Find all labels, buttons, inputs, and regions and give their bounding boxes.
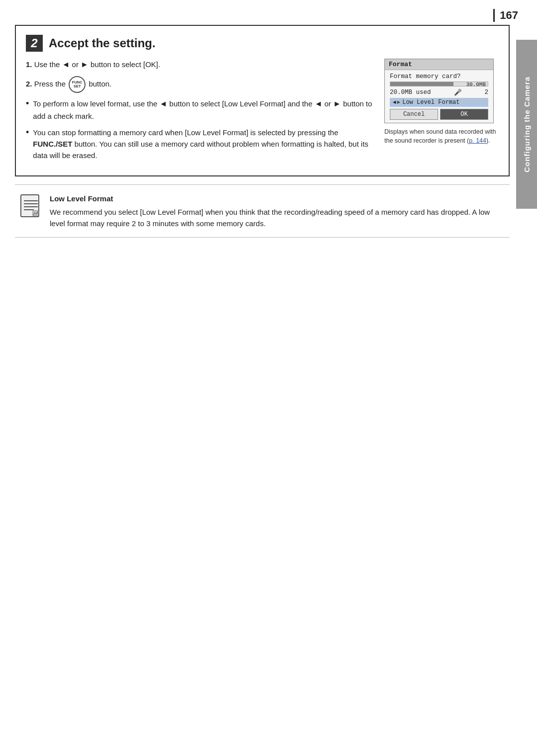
screen-arrow-left-icon: ◄: [393, 99, 396, 105]
arrow-right-icon-2: ►: [333, 99, 341, 108]
bullet-item-1: • To perform a low level format, use the…: [26, 98, 374, 122]
arrow-left-icon-3: ◄: [314, 99, 322, 108]
main-content: 2 Accept the setting. 1. Use the ◄ or ► …: [15, 0, 510, 756]
instruction-2-prefix: Press the: [34, 80, 68, 88]
screen-low-level-label: Low Level Format: [402, 99, 459, 106]
step-section: 2 Accept the setting. 1. Use the ◄ or ► …: [15, 25, 510, 176]
bullet-item-2: • You can stop formatting a memory card …: [26, 127, 374, 162]
screen-progress-bar: 30.0MB: [390, 82, 488, 86]
arrow-right-icon-1: ►: [81, 60, 89, 69]
screen-mic-icon: 🎤: [454, 88, 462, 96]
note-content: Low Level Format We recommend you select…: [50, 193, 505, 230]
screen-cancel-button[interactable]: Cancel: [390, 109, 438, 120]
arrow-left-icon-2: ◄: [160, 99, 168, 108]
func-set-bold-text: FUNC./SET: [33, 140, 72, 148]
note-section: Low Level Format We recommend you select…: [15, 185, 510, 238]
step-header: 2 Accept the setting.: [26, 35, 499, 52]
screen-title: Format: [385, 59, 493, 70]
step-title: Accept the setting.: [49, 36, 156, 50]
instruction-1-num: 1.: [26, 60, 32, 69]
func-set-button-icon: FUNCSET: [69, 76, 86, 93]
sidebar-label: Configuring the Camera: [516, 40, 537, 209]
camera-screen: Format Format memory card? 30.0MB 20.0MB…: [384, 59, 494, 123]
bullet-1-text: To perform a low level format, use the ◄…: [33, 98, 374, 122]
step-left: 1. Use the ◄ or ► button to select [OK].…: [26, 59, 374, 167]
instruction-1: 1. Use the ◄ or ► button to select [OK].: [26, 59, 374, 71]
instruction-1-suffix: button to select [OK].: [90, 60, 160, 69]
note-document-icon: [20, 194, 42, 220]
screen-body: Format memory card? 30.0MB 20.0MB used 🎤…: [385, 70, 493, 123]
screen-mic-number: 2: [484, 89, 488, 96]
screen-question: Format memory card?: [390, 73, 461, 80]
note-body: We recommend you select [Low Level Forma…: [50, 206, 505, 230]
screen-used-label: 20.0MB used: [390, 89, 431, 96]
bullet-2-text: You can stop formatting a memory card wh…: [33, 127, 374, 162]
screen-arrow-right-icon: ►: [397, 99, 401, 105]
func-btn-label: FUNCSET: [72, 81, 83, 89]
screen-progress-fill: [390, 82, 453, 86]
instruction-1-prefix: Use the: [34, 60, 62, 69]
bullet-dot-2: •: [26, 128, 29, 137]
bullet-list: • To perform a low level format, use the…: [26, 98, 374, 162]
or-text-2: or: [324, 99, 333, 108]
step-body: 1. Use the ◄ or ► button to select [OK].…: [26, 59, 499, 167]
screen-low-level-row: ◄ ► Low Level Format: [390, 98, 488, 107]
instruction-2-suffix: button.: [89, 80, 111, 88]
bullet-dot-1: •: [26, 99, 29, 108]
or-text-1: or: [72, 60, 81, 69]
instruction-2: 2. Press the FUNCSET button.: [26, 76, 374, 93]
screen-caption: Displays when sound data recorded with t…: [384, 127, 499, 145]
screen-storage-size: 30.0MB: [466, 82, 486, 87]
screen-buttons-row: Cancel OK: [390, 109, 488, 120]
step-number: 2: [26, 35, 43, 52]
screen-question-row: Format memory card?: [390, 73, 488, 80]
step-right: Format Format memory card? 30.0MB 20.0MB…: [384, 59, 499, 167]
screen-ok-button[interactable]: OK: [440, 109, 488, 120]
note-title: Low Level Format: [50, 193, 505, 204]
arrow-left-icon-1: ◄: [62, 60, 70, 69]
screen-used-row: 20.0MB used 🎤 2: [390, 88, 488, 96]
screen-caption-link[interactable]: p. 144: [469, 137, 486, 144]
instruction-2-num: 2.: [26, 80, 32, 88]
